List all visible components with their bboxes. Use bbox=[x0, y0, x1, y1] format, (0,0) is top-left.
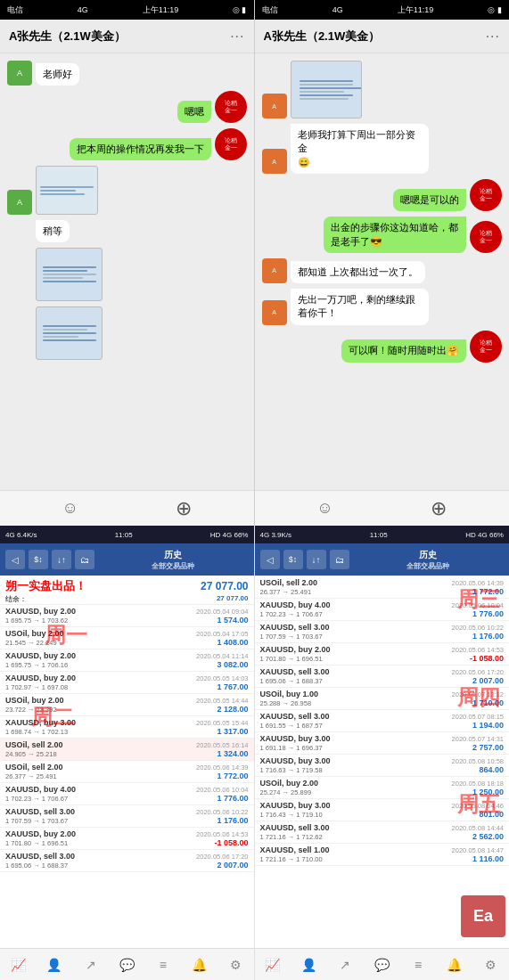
plus-icon-left[interactable]: ⊕ bbox=[176, 497, 192, 520]
record-symbol: XAUUSD, buy 2.00 bbox=[5, 607, 76, 616]
record-date: 2020.05.06 10:22 bbox=[452, 624, 504, 632]
record-symbol: XAUUSD, buy 3.00 bbox=[5, 718, 76, 727]
r-nav-gear-icon[interactable]: ⚙ bbox=[480, 954, 502, 976]
r-nav-list-icon[interactable]: ≡ bbox=[407, 954, 429, 976]
record-left: USOil, sell 2.00 26.377 → 25.491 bbox=[5, 763, 63, 780]
right-t-time: 11:05 bbox=[370, 531, 388, 539]
bubble-rp-left-1: 老师我打算下周出一部分资金😄 bbox=[291, 124, 429, 174]
record-left: XAUUSD, buy 2.00 1 695.75 → 1 706.16 bbox=[5, 651, 76, 669]
table-row: XAUUSD, sell 3.00 1 695.06 → 1 688.37 20… bbox=[255, 666, 510, 688]
msg-rp-right-3: 可以啊！随时用随时出🤗 论稍金一 bbox=[262, 331, 503, 363]
record-symbol: XAUUSD, sell 3.00 bbox=[260, 712, 330, 721]
emoji-icon-left[interactable]: ☺ bbox=[62, 499, 78, 518]
left-network: 4G bbox=[78, 5, 88, 14]
r-nav-chart-icon[interactable]: 📈 bbox=[262, 954, 283, 976]
table-row: USOil, sell 2.00 26.377 → 25.491 2020.05… bbox=[0, 761, 254, 783]
record-left: XAUUSD, sell 3.00 1 695.06 → 1 688.37 bbox=[260, 667, 330, 685]
record-right: 2020.05.06 17:20 2 007.00 bbox=[452, 668, 504, 685]
bubble-rp-left-3: 先出一万刀吧，剩的继续跟着你干！ bbox=[291, 289, 429, 325]
left-nav-icon2[interactable]: $↕ bbox=[29, 550, 48, 569]
record-left: XAUUSD, sell 3.00 1 695.06 → 1 688.37 bbox=[5, 852, 75, 870]
mini-lines-tr bbox=[300, 80, 353, 100]
right-t-signal: 4G 3.9K/s bbox=[260, 531, 292, 539]
right-nav-back[interactable]: ◁ bbox=[260, 550, 280, 569]
nav-msg-icon[interactable]: 💬 bbox=[116, 954, 137, 976]
left-nav-icon3[interactable]: ↓↑ bbox=[52, 550, 71, 569]
left-t-nav: ◁ $↕ ↓↑ 🗂 历史 全部交易品种 bbox=[0, 543, 254, 576]
record-symbol: XAUUSD, buy 2.00 bbox=[5, 829, 76, 838]
record-profit: 1 772.00 bbox=[452, 587, 504, 596]
table-row: USOil, sell 2.00 24.905 → 25.218 2020.05… bbox=[0, 739, 254, 761]
right-trading-panel: 4G 3.9K/s 11:05 HD 4G 66% ◁ $↕ ↓↑ 🗂 历史 全… bbox=[255, 526, 510, 980]
record-left: XAUUSD, sell 3.00 1 707.59 → 1 703.67 bbox=[5, 807, 75, 825]
r-nav-bell-icon[interactable]: 🔔 bbox=[444, 954, 465, 976]
record-profit: 1 767.00 bbox=[196, 682, 248, 691]
record-date: 2020.05.06 10:04 bbox=[196, 786, 248, 794]
record-right: 2020.05.08 10:58 864.00 bbox=[452, 757, 504, 774]
badge-2: 论稍金一 bbox=[215, 128, 247, 160]
nav-line-icon[interactable]: ↗ bbox=[80, 954, 102, 976]
record-symbol: XAUUSD, sell 3.00 bbox=[5, 807, 75, 816]
left-chat-header: A张先生（2.1W美金） ··· bbox=[0, 20, 254, 53]
right-chat-title: A张先生（2.1W美金） bbox=[264, 29, 381, 45]
r-nav-msg-icon[interactable]: 💬 bbox=[371, 954, 392, 976]
nav-chart-icon[interactable]: 📈 bbox=[7, 954, 29, 976]
record-profit: 2 128.00 bbox=[196, 705, 248, 714]
msg-right-panel-thumb: A bbox=[262, 61, 503, 118]
record-profit: 3 082.00 bbox=[196, 660, 248, 669]
nav-people-icon[interactable]: 👤 bbox=[44, 954, 65, 976]
table-row: XAUUSD, buy 3.00 1 716.43 → 1 719.10 202… bbox=[255, 799, 510, 821]
right-nav-icon2[interactable]: $↕ bbox=[283, 550, 303, 569]
record-right: 2020.05.04 09:04 1 574.00 bbox=[196, 608, 248, 625]
record-profit: 864.00 bbox=[452, 765, 504, 774]
record-profit-neg: -1 058.00 bbox=[196, 838, 248, 847]
msg-left-thumb2 bbox=[7, 306, 247, 360]
right-chat-menu[interactable]: ··· bbox=[486, 29, 500, 45]
left-nav-back[interactable]: ◁ bbox=[5, 550, 25, 569]
bubble-rp-right-3: 可以啊！随时用随时出🤗 bbox=[341, 339, 466, 362]
avatar-a2: A bbox=[7, 190, 32, 215]
avatar-b: A bbox=[262, 94, 287, 118]
record-right: 2020.05.06 10:22 1 176.00 bbox=[196, 808, 248, 825]
right-network: 4G bbox=[332, 5, 343, 14]
left-chat-messages: A 老师好 嗯嗯 论稍金一 把本周的操作情况再发我一下 论稍金一 A bbox=[0, 53, 254, 490]
record-profit: 1 250.00 bbox=[452, 788, 504, 796]
nav-list-icon[interactable]: ≡ bbox=[152, 954, 174, 976]
left-status-bar: 电信 4G 上午11:19 ◎ ▮ bbox=[0, 0, 254, 20]
record-date: 2020.05.06 14:53 bbox=[452, 646, 504, 654]
left-t-filter: 全部交易品种 bbox=[98, 561, 249, 571]
table-row: USOil, buy 1.00 25.288 → 26.958 2020.05.… bbox=[255, 688, 510, 710]
nav-gear-icon[interactable]: ⚙ bbox=[225, 954, 246, 976]
bubble-rp-left-2: 都知道 上次都出过一次了。 bbox=[291, 261, 425, 283]
mini-line bbox=[43, 336, 78, 338]
left-t-signal: 4G 6.4K/s bbox=[5, 531, 37, 539]
record-detail: 1 691.55 → 1 687.57 bbox=[260, 722, 330, 730]
right-nav-icon4[interactable]: 🗂 bbox=[330, 550, 349, 569]
mini-line bbox=[40, 186, 94, 188]
left-brand-area: 朔一实盘出品！ 27 077.00 结余： 27 077.00 bbox=[0, 576, 254, 604]
emoji-icon-right[interactable]: ☺ bbox=[316, 499, 332, 518]
r-nav-people-icon[interactable]: 👤 bbox=[299, 954, 320, 976]
nav-bell-icon[interactable]: 🔔 bbox=[189, 954, 210, 976]
right-nav-icon3[interactable]: ↓↑ bbox=[307, 550, 326, 569]
record-left: USOil, buy 2.00 23.722 → 23.392 bbox=[5, 696, 64, 714]
left-nav-icon4[interactable]: 🗂 bbox=[75, 550, 94, 569]
balance-value: 27 077.00 bbox=[217, 594, 249, 604]
record-profit: 2 562.00 bbox=[452, 832, 504, 841]
record-detail: 1 702.23 → 1 706.67 bbox=[5, 795, 76, 803]
mini-line bbox=[300, 87, 362, 89]
avatar-b4: A bbox=[262, 300, 287, 325]
record-detail: 23.722 → 23.392 bbox=[5, 706, 64, 714]
record-date: 2020.05.07 08:15 bbox=[452, 713, 504, 721]
left-t-right: HD 4G 66% bbox=[210, 531, 249, 539]
bubble-left-2: 稍等 bbox=[36, 220, 70, 242]
record-profit: 1 408.00 bbox=[196, 638, 248, 647]
record-right: 2020.05.06 14:53 -1 058.00 bbox=[452, 646, 504, 663]
plus-icon-right[interactable]: ⊕ bbox=[431, 497, 447, 520]
mini-line bbox=[43, 329, 87, 331]
record-left: USOil, sell 2.00 24.905 → 25.218 bbox=[5, 740, 63, 758]
r-nav-line-icon[interactable]: ↗ bbox=[334, 954, 356, 976]
left-chat-menu[interactable]: ··· bbox=[230, 29, 244, 45]
record-profit: 1 176.00 bbox=[196, 816, 248, 825]
table-row: XAUUSD, buy 3.00 1 691.18 → 1 696.37 202… bbox=[255, 732, 510, 755]
